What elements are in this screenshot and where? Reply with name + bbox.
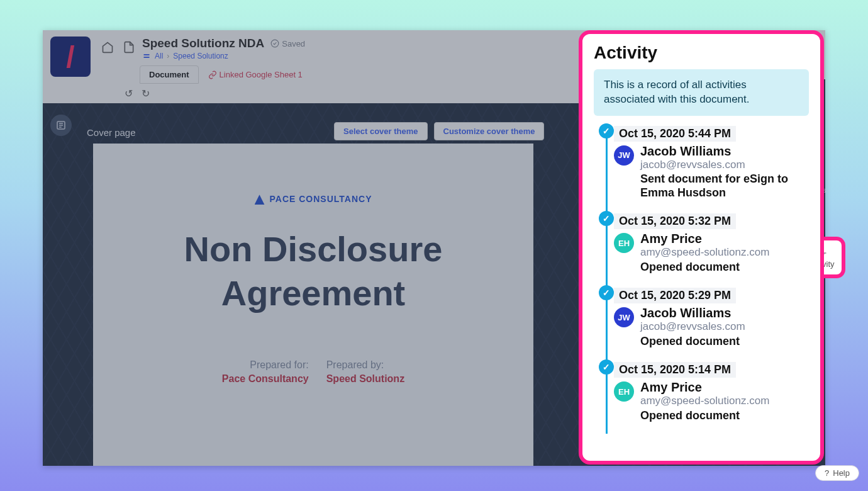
saved-label: Saved (282, 39, 305, 48)
activity-timeline: ✓Oct 15, 2020 5:44 PMJWJacob Williamsjac… (594, 123, 809, 434)
tab-linked-label: Linked Google Sheet 1 (220, 70, 303, 79)
cover-page-label: Cover page (87, 127, 136, 138)
app-logo[interactable]: / (50, 37, 91, 77)
avatar: JW (614, 307, 634, 327)
activity-date: Oct 15, 2020 5:29 PM (614, 288, 736, 303)
avatar: EH (614, 233, 634, 253)
activity-user-name: Jacob Williams (640, 144, 809, 159)
help-label: Help (833, 468, 850, 478)
activity-date: Oct 15, 2020 5:32 PM (614, 213, 736, 229)
breadcrumb[interactable]: All › Speed Solutionz (142, 52, 312, 60)
activity-user-email: jacob@revvsales.com (640, 159, 809, 171)
home-icon[interactable] (99, 39, 116, 55)
activity-action: Sent document for eSign to Emma Husdson (640, 172, 809, 200)
prepared-for-label: Prepared for: (222, 359, 309, 371)
check-icon: ✓ (599, 359, 614, 375)
tab-document[interactable]: Document (140, 65, 199, 84)
document-page[interactable]: PACE CONSULTANCY Non Disclosure Agreemen… (93, 144, 533, 466)
activity-description: This is a record of all activities assoc… (594, 69, 809, 116)
svg-point-0 (271, 40, 279, 47)
activity-title: Activity (594, 43, 809, 63)
activity-event: ✓Oct 15, 2020 5:44 PMJWJacob Williamsjac… (613, 123, 809, 212)
activity-event: ✓Oct 15, 2020 5:32 PMEHAmy Priceamy@spee… (613, 211, 809, 285)
activity-user-name: Amy Price (640, 232, 769, 246)
brand-logo-icon (255, 195, 265, 205)
activity-action: Opened document (640, 335, 745, 349)
tab-linked-sheet[interactable]: Linked Google Sheet 1 (199, 65, 312, 84)
check-icon: ✓ (599, 211, 614, 226)
prepared-by-label: Prepared by: (326, 359, 404, 371)
breadcrumb-current[interactable]: Speed Solutionz (173, 52, 228, 60)
help-icon: ? (825, 468, 829, 478)
check-icon: ✓ (599, 123, 614, 138)
document-icon (121, 39, 137, 55)
select-cover-theme-button[interactable]: Select cover theme (334, 122, 428, 140)
undo-icon[interactable]: ↺ (125, 87, 133, 99)
breadcrumb-all[interactable]: All (155, 52, 163, 60)
activity-action: Opened document (640, 409, 769, 423)
brand-header: PACE CONSULTANCY (125, 194, 502, 205)
activity-panel: Activity This is a record of all activit… (579, 30, 824, 465)
activity-user-email: jacob@revvsales.com (640, 320, 745, 333)
help-button[interactable]: ? Help (815, 465, 859, 481)
activity-user-name: Jacob Williams (640, 306, 745, 320)
activity-event: ✓Oct 15, 2020 5:29 PMJWJacob Williamsjac… (613, 285, 809, 359)
activity-action: Opened document (640, 261, 769, 274)
activity-date: Oct 15, 2020 5:14 PM (614, 362, 736, 378)
title-block: Speed Solutionz NDA Saved All › Speed So… (142, 37, 312, 84)
activity-user-name: Amy Price (640, 380, 769, 395)
document-title: Speed Solutionz NDA (142, 37, 264, 50)
prepared-block: Prepared for: Pace Consultancy Prepared … (125, 359, 502, 385)
avatar: EH (614, 381, 634, 402)
customize-cover-theme-button[interactable]: Customize cover theme (434, 122, 545, 140)
check-icon: ✓ (599, 285, 614, 300)
avatar: JW (614, 145, 634, 166)
saved-indicator: Saved (270, 39, 305, 48)
activity-user-email: amy@speed-solutionz.com (640, 246, 769, 259)
prepared-by-value: Speed Solutionz (326, 373, 404, 385)
layers-icon[interactable] (50, 115, 72, 136)
redo-icon[interactable]: ↻ (142, 87, 150, 99)
tabs: Document Linked Google Sheet 1 (140, 65, 312, 84)
activity-date: Oct 15, 2020 5:44 PM (614, 126, 736, 142)
activity-event: ✓Oct 15, 2020 5:14 PMEHAmy Priceamy@spee… (613, 359, 809, 434)
activity-user-email: amy@speed-solutionz.com (640, 395, 769, 407)
document-heading: Non Disclosure Agreement (125, 227, 502, 315)
prepared-for-value: Pace Consultancy (222, 373, 309, 385)
